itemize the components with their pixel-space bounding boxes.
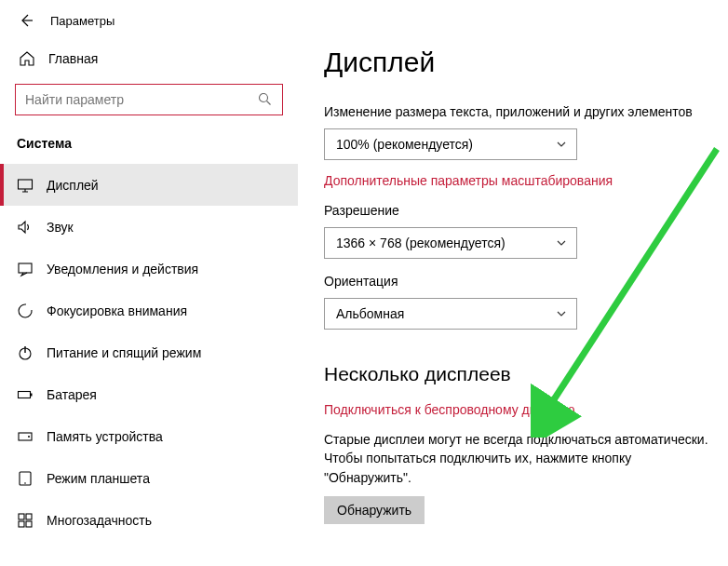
chevron-down-icon [556,139,567,150]
resolution-label: Разрешение [324,203,728,218]
sidebar: Параметры Главная Система Дисплей [0,0,298,566]
orientation-label: Ориентация [324,274,728,289]
svg-rect-1 [19,180,33,189]
nav-label: Питание и спящий режим [47,345,201,360]
chevron-down-icon [556,308,567,319]
nav-label: Память устройства [47,429,163,444]
home-button[interactable]: Главная [0,41,298,76]
svg-rect-13 [26,521,32,527]
nav-label: Режим планшета [47,471,150,486]
svg-rect-4 [19,391,31,398]
notifications-icon [17,261,34,277]
svg-rect-11 [26,514,32,519]
orientation-value: Альбомная [336,306,404,321]
display-icon [17,177,34,194]
svg-point-9 [24,482,26,484]
svg-point-0 [260,94,268,102]
page-title: Дисплей [324,47,728,78]
nav-label: Батарея [47,387,97,402]
home-label: Главная [48,51,98,66]
focus-icon [17,303,34,319]
main-content: Дисплей Изменение размера текста, прилож… [298,0,728,566]
nav-item-multitask[interactable]: Многозадачность [0,499,298,541]
svg-rect-10 [19,514,24,519]
nav-label: Уведомления и действия [47,262,198,276]
detect-button[interactable]: Обнаружить [324,496,425,524]
nav-item-tablet[interactable]: Режим планшета [0,457,298,499]
chevron-down-icon [556,237,567,249]
svg-rect-2 [19,263,32,273]
scale-select[interactable]: 100% (рекомендуется) [324,128,577,160]
home-icon [19,50,35,67]
search-field[interactable] [25,92,258,107]
nav-item-sound[interactable]: Звук [0,206,298,248]
resolution-select[interactable]: 1366 × 768 (рекомендуется) [324,227,577,259]
detect-description: Старые дисплеи могут не всегда подключат… [324,430,715,487]
nav-label: Дисплей [47,178,99,193]
nav-item-display[interactable]: Дисплей [0,164,298,206]
nav-label: Фокусировка внимания [47,303,187,318]
scale-label: Изменение размера текста, приложений и д… [324,104,728,119]
nav-item-storage[interactable]: Память устройства [0,415,298,457]
svg-point-7 [28,436,30,438]
battery-icon [17,386,34,403]
search-input[interactable] [15,84,283,115]
nav-list: Дисплей Звук Уведомления и действия Фоку… [0,164,298,541]
titlebar: Параметры [0,0,298,41]
sound-icon [17,219,34,236]
scale-advanced-link[interactable]: Дополнительные параметры масштабирования [324,173,613,188]
multitask-icon [17,512,34,529]
back-icon[interactable] [19,13,34,28]
nav-item-notifications[interactable]: Уведомления и действия [0,248,298,290]
wireless-display-link[interactable]: Подключиться к беспроводному дисплею [324,402,575,417]
nav-label: Звук [47,220,74,235]
nav-item-battery[interactable]: Батарея [0,373,298,415]
section-header: Система [0,128,298,164]
nav-label: Многозадачность [47,513,152,528]
search-icon [258,92,273,107]
resolution-value: 1366 × 768 (рекомендуется) [336,236,506,250]
tablet-icon [17,470,34,487]
svg-rect-12 [19,521,24,527]
nav-item-focus[interactable]: Фокусировка внимания [0,290,298,331]
window-title: Параметры [50,14,115,28]
power-icon [17,344,34,361]
orientation-select[interactable]: Альбомная [324,298,577,330]
nav-item-power[interactable]: Питание и спящий режим [0,331,298,373]
svg-rect-5 [31,393,33,396]
storage-icon [17,428,34,445]
multi-displays-heading: Несколько дисплеев [324,363,728,385]
scale-value: 100% (рекомендуется) [336,137,473,152]
